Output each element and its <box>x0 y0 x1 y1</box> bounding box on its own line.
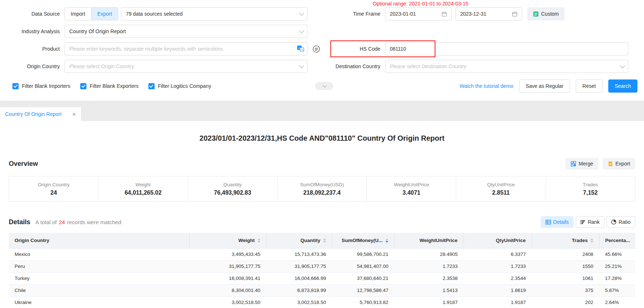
stat-label: Origin Country <box>38 182 70 187</box>
cell-qty-unit-price: 1.9187 <box>463 296 532 308</box>
origin-country-controls: Please select Origin Country <box>65 60 307 73</box>
column-label: QtyUnitPrice <box>496 238 526 243</box>
form-row-data-source: Data Source Import Export 79 data source… <box>0 7 644 20</box>
cell-origin-country: Ukraine <box>9 296 189 308</box>
column-header-quantity[interactable]: Quantity <box>266 233 332 248</box>
hs-code-controls <box>385 42 628 55</box>
stat-sum-of-money: SumOfMoney(USD) 218,092,237.4 <box>278 176 367 201</box>
cell-weight-unit-price: 1.7233 <box>394 260 463 272</box>
report-title: 2023/01/01-2023/12/31,HS Code AND"081110… <box>9 134 635 143</box>
cell-weight-unit-price: 28.4905 <box>394 248 463 260</box>
export-toggle-button[interactable]: Export <box>91 7 118 20</box>
data-source-controls: Import Export 79 data sources selected <box>65 7 307 20</box>
filter-panel: Optional range: 2021-01-01 to 2024-03-15… <box>0 0 644 101</box>
ratio-pie-icon <box>611 219 616 225</box>
keyword-batch-icon[interactable] <box>313 45 320 53</box>
view-ratio-button[interactable]: Ratio <box>606 216 635 228</box>
save-as-regular-button[interactable]: Save as Regular <box>519 79 570 93</box>
tutorial-demo-link[interactable]: Watch the tutorial demo <box>459 83 513 89</box>
merge-icon <box>571 161 576 167</box>
data-source-label: Data Source <box>0 11 65 17</box>
cell-percentage: 5.87% <box>599 284 635 296</box>
cell-weight: 16,008,391.41 <box>189 272 266 284</box>
cell-percentage: 25.21% <box>599 260 635 272</box>
origin-country-select[interactable]: Please select Origin Country <box>65 60 307 73</box>
sort-carets-icon[interactable] <box>323 238 326 243</box>
filter-blank-exporters-checkbox[interactable]: Filter Blank Exporters <box>80 83 139 89</box>
trade-data-app: Optional range: 2021-01-01 to 2024-03-15… <box>0 0 644 308</box>
overview-actions: Merge Export <box>566 158 635 169</box>
table-row: Chile 8,304,001.40 6,873,818.99 12,798,5… <box>9 284 635 296</box>
hs-code-input[interactable] <box>385 42 628 55</box>
records-summary: A total of24records were matched <box>35 219 121 225</box>
chevron-down-icon <box>299 11 304 16</box>
filter-blank-importers-checkbox[interactable]: Filter Blank Importers <box>12 83 70 89</box>
origin-country-label: Origin Country <box>0 63 65 69</box>
destination-country-select[interactable]: Please select Destination Country <box>385 60 628 73</box>
column-header-sum-of-money[interactable]: SumOfMoney(U... <box>332 233 394 248</box>
cell-percentage: 17.28% <box>599 272 635 284</box>
product-input-wrap: AA <box>65 42 307 55</box>
tab-close-icon[interactable]: × <box>72 111 76 117</box>
search-button[interactable]: Search <box>608 79 637 93</box>
cell-qty-unit-price: 1.8619 <box>463 284 532 296</box>
stat-label: Quantity <box>224 182 242 187</box>
industry-analysis-select[interactable]: Country Of Origin Report <box>65 25 307 38</box>
svg-text:A: A <box>301 48 303 51</box>
custom-range-button[interactable]: Custom <box>527 7 565 20</box>
chevron-down-icon <box>299 28 304 33</box>
stat-label: QtyUnitPrice <box>487 182 515 187</box>
end-date-input[interactable]: 2023-12-31 <box>455 7 522 20</box>
tab-label: Country Of Origin Report <box>5 111 62 117</box>
column-label: SumOfMoney(U... <box>342 238 383 243</box>
sort-carets-icon[interactable] <box>257 238 260 243</box>
overview-stats-bar: Origin Country 24 Weight 64,011,265.02 Q… <box>9 176 635 202</box>
cell-weight-unit-price: 1.9187 <box>394 296 463 308</box>
import-export-toggle: Import Export <box>65 7 118 20</box>
cell-weight-unit-price: 2.3538 <box>394 272 463 284</box>
view-ratio-label: Ratio <box>618 219 631 225</box>
export-button[interactable]: Export <box>603 158 635 169</box>
tab-country-of-origin-report[interactable]: Country Of Origin Report × <box>0 107 81 121</box>
stat-trades: Trades 7,152 <box>546 176 635 201</box>
calendar-icon <box>512 11 517 17</box>
start-date-input[interactable]: 2023-01-01 <box>385 7 452 20</box>
stat-label: SumOfMoney(USD) <box>300 182 344 187</box>
custom-calendar-icon <box>533 11 539 17</box>
view-rank-button[interactable]: Rank <box>576 216 605 228</box>
cell-weight: 3,495,433.45 <box>189 248 266 260</box>
filter-logistics-company-checkbox[interactable]: Filter Logitics Company <box>148 83 211 89</box>
column-label: Weight <box>238 238 255 243</box>
view-rank-label: Rank <box>588 219 600 225</box>
column-header-trades[interactable]: Trades <box>532 233 599 248</box>
expand-more-filters-button[interactable] <box>315 82 333 90</box>
column-header-weight[interactable]: Weight <box>189 233 266 248</box>
stat-quantity: Quantity 76,493,902.83 <box>188 176 278 201</box>
import-toggle-button[interactable]: Import <box>65 7 91 20</box>
end-date-value: 2023-12-31 <box>460 11 486 17</box>
data-source-select[interactable]: 79 data sources selected <box>121 7 307 20</box>
cell-trades: 1061 <box>532 272 599 284</box>
product-controls: AA <box>65 42 307 55</box>
calendar-icon <box>442 11 447 17</box>
cell-weight: 3,002,518.50 <box>189 296 266 308</box>
translate-icon[interactable]: AA <box>297 45 304 52</box>
sort-carets-icon[interactable] <box>590 238 593 243</box>
merge-button[interactable]: Merge <box>566 158 598 169</box>
chevron-down-icon <box>620 63 625 68</box>
cell-origin-country: Chile <box>9 284 189 296</box>
industry-analysis-controls: Country Of Origin Report <box>65 25 307 38</box>
overview-heading: Overview <box>9 160 38 168</box>
product-label: Product <box>0 46 65 52</box>
view-details-label: Details <box>553 219 569 225</box>
summary-suffix: records were matched <box>67 219 121 225</box>
sort-carets-icon[interactable] <box>385 238 388 243</box>
export-file-icon <box>608 161 613 167</box>
hs-code-label: HS Code <box>330 46 385 52</box>
reset-button[interactable]: Reset <box>576 79 602 93</box>
view-details-button[interactable]: Details <box>541 216 574 228</box>
product-keywords-input[interactable] <box>65 42 307 55</box>
column-header-qty-unit-price: QtyUnitPrice <box>463 233 532 248</box>
checkbox-label: Filter Blank Exporters <box>90 83 139 89</box>
hs-code-group: HS Code <box>330 42 644 55</box>
